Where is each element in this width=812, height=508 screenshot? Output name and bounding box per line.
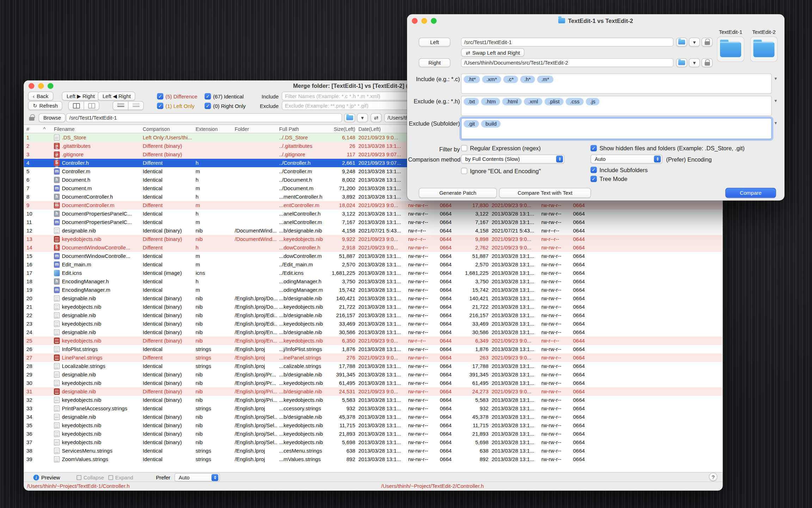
filter-difference-checkbox[interactable]: ✓ (5) Difference	[157, 93, 198, 99]
table-row[interactable]: 14 DocumentWindowControlle... Different …	[24, 243, 723, 252]
refresh-button[interactable]: ↻ Refresh	[28, 101, 63, 110]
dialog-left-path-field[interactable]	[461, 38, 673, 47]
table-row[interactable]: 25 keyedobjects.nib Different (binary) n…	[24, 337, 723, 345]
preview-button[interactable]: i Preview	[33, 473, 60, 482]
table-row[interactable]: 31 designable.nib Different (binary) nib…	[24, 387, 723, 396]
swap-left-right-button[interactable]: ⇄ Swap Left and Right	[461, 48, 525, 57]
dialog-right-path-field[interactable]	[461, 58, 673, 67]
dialog-close-button[interactable]	[412, 18, 418, 24]
dialog-left-lock-button[interactable]	[702, 38, 713, 47]
table-row[interactable]: 34 designable.nib Identical (binary) nib…	[24, 413, 723, 421]
table-row[interactable]: 22 designable.nib Identical (binary) nib…	[24, 311, 723, 320]
generate-patch-button[interactable]: Generate Patch	[419, 188, 497, 198]
dialog-zoom-button[interactable]	[431, 18, 437, 24]
header-fullpath[interactable]: Full Path	[278, 125, 323, 133]
header-size-left[interactable]: Size(Left)	[323, 125, 357, 133]
filter-token[interactable]: .ht*	[464, 76, 480, 83]
table-row[interactable]: 30 keyedobjects.nib Identical (binary) n…	[24, 379, 723, 387]
lock-icon[interactable]	[29, 117, 35, 121]
chevron-down-icon[interactable]: ▾	[775, 120, 777, 126]
table-row[interactable]: 16 Edit_main.m Identical m ../Edit_main.…	[24, 260, 723, 269]
table-row[interactable]: 38 ServicesMenu.strings Identical string…	[24, 447, 723, 455]
table-row[interactable]: 29 designable.nib Identical (binary) nib…	[24, 370, 723, 379]
tree-mode-checkbox[interactable]: ✓ Tree Mode	[591, 176, 628, 182]
header-folder[interactable]: Folder	[233, 125, 278, 133]
chevron-down-icon[interactable]: ▾	[775, 76, 777, 81]
exclude-filter-input[interactable]	[282, 101, 417, 110]
browse-button[interactable]: Browse	[39, 113, 66, 122]
dense-list-button[interactable]	[128, 101, 144, 110]
dialog-left-history-button[interactable]: ▾	[689, 38, 700, 47]
table-row[interactable]: 26 InfoPlist.strings Identical strings /…	[24, 345, 723, 353]
table-row[interactable]: 23 keyedobjects.nib Identical (binary) n…	[24, 320, 723, 328]
dialog-right-folder-browse-button[interactable]	[676, 58, 688, 67]
filter-token[interactable]: .txt	[464, 98, 479, 105]
include-subfolders-checkbox[interactable]: ✓ Include Subfolders	[591, 167, 648, 173]
filter-token[interactable]: .js	[586, 98, 599, 105]
table-row[interactable]: 24 designable.nib Identical (binary) nib…	[24, 328, 723, 337]
flat-list-button[interactable]	[113, 101, 129, 110]
right-folder-well[interactable]	[750, 37, 778, 62]
table-row[interactable]: 32 keyedobjects.nib Identical (binary) n…	[24, 396, 723, 404]
dialog-titlebar[interactable]: TextEdit-1 vs TextEdit-2	[407, 14, 785, 27]
zoom-button[interactable]	[48, 83, 54, 89]
include-patterns-box[interactable]: .ht*.xm*.c*.h*.m*	[461, 74, 772, 94]
table-row[interactable]: 21 keyedobjects.nib Identical (binary) n…	[24, 303, 723, 311]
left-side-button[interactable]: Left	[419, 38, 450, 47]
left-path-field[interactable]	[66, 113, 342, 122]
dialog-right-lock-button[interactable]	[702, 58, 713, 67]
header-comparison[interactable]: Comparison	[141, 125, 194, 133]
filter-token[interactable]: .m*	[537, 76, 554, 83]
table-row[interactable]: 19 EncodingManager.m Identical m ...odin…	[24, 286, 723, 294]
filter-token[interactable]: .c*	[503, 76, 518, 83]
compare-text-with-text-button[interactable]: Compare Text with Text	[499, 188, 591, 198]
back-button[interactable]: ‹ Back	[28, 92, 53, 101]
include-filter-input[interactable]	[282, 92, 417, 101]
regex-checkbox[interactable]: Regular Expression (regex)	[461, 145, 541, 151]
right-side-button[interactable]: Right	[419, 58, 450, 67]
comparison-method-popup[interactable]: by Full Contents (Slow)	[461, 155, 565, 164]
minimize-button[interactable]	[38, 83, 44, 89]
filter-token[interactable]: .git	[464, 120, 479, 128]
table-row[interactable]: 35 keyedobjects.nib Identical (binary) n…	[24, 421, 723, 430]
single-view-button[interactable]	[84, 101, 99, 110]
chevron-down-icon[interactable]: ▾	[775, 98, 777, 103]
table-row[interactable]: 28 Localizable.strings Identical strings…	[24, 362, 723, 370]
table-row[interactable]: 12 designable.nib Identical (binary) nib…	[24, 226, 723, 235]
exclude-patterns-box[interactable]: .txt.htm.html.xml.plist.css.js	[461, 96, 772, 116]
help-button[interactable]: ?	[709, 473, 718, 481]
exclude-subfolder-box[interactable]: .gitbuild	[461, 118, 772, 139]
filter-token[interactable]: build	[481, 120, 501, 128]
prefer-encoding-popup[interactable]: Auto	[174, 473, 220, 482]
table-row[interactable]: 36 keyedobjects.nib Identical (binary) n…	[24, 430, 723, 438]
table-row[interactable]: 18 EncodingManager.h Identical h ...odin…	[24, 277, 723, 286]
filter-token[interactable]: .html	[502, 98, 522, 105]
split-view-button[interactable]	[68, 101, 84, 110]
dialog-right-history-button[interactable]: ▾	[689, 58, 700, 67]
expand-button[interactable]: Expand	[109, 473, 133, 482]
left-folder-browse-button[interactable]	[344, 113, 356, 122]
left-path-history-button[interactable]: ▾	[357, 113, 368, 122]
header-date-left[interactable]: Date(Left)	[357, 125, 407, 133]
filter-identical-checkbox[interactable]: ✓ (67) Identical	[205, 93, 244, 99]
copy-right-to-left-button[interactable]: Left ◀ Right	[98, 92, 136, 101]
collapse-button[interactable]: Collapse	[77, 473, 104, 482]
filter-token[interactable]: .htm	[481, 98, 500, 105]
header-sort-caret[interactable]: ^	[37, 125, 53, 133]
table-row[interactable]: 39 ZoomValues.strings Identical strings …	[24, 455, 723, 464]
table-row[interactable]: 11 DocumentPropertiesPanelC... Identical…	[24, 218, 723, 226]
encoding-popup[interactable]: Auto	[591, 155, 663, 164]
copy-left-to-right-button[interactable]: Left ▶ Right	[62, 92, 100, 101]
table-row[interactable]: 37 keyedobjects.nib Identical (binary) n…	[24, 438, 723, 447]
header-filename[interactable]: Filename	[53, 125, 141, 133]
table-row[interactable]: 15 DocumentWindowControlle... Identical …	[24, 252, 723, 260]
dialog-left-folder-browse-button[interactable]	[676, 38, 688, 47]
filter-token[interactable]: .css	[566, 98, 584, 105]
filter-right-only-checkbox[interactable]: ✓ (0) Right Only	[205, 103, 246, 109]
header-number[interactable]: #	[24, 125, 37, 133]
table-row[interactable]: 13 keyedobjects.nib Different (binary) n…	[24, 235, 723, 243]
table-row[interactable]: 9 DocumentController.m Different m ...en…	[24, 201, 723, 210]
left-folder-well[interactable]	[717, 37, 744, 62]
header-extension[interactable]: Extension	[194, 125, 233, 133]
show-hidden-checkbox[interactable]: ✓ Show hidden files and folders (Example…	[591, 145, 745, 151]
